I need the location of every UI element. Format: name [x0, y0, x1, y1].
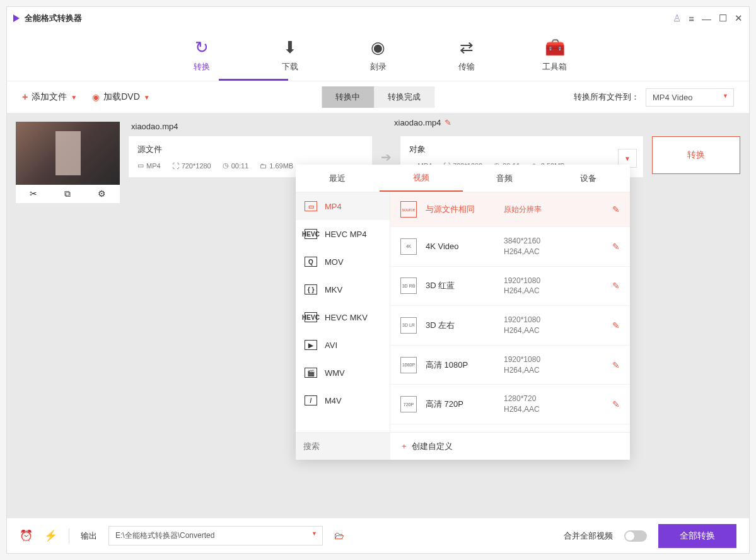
cut-icon[interactable]: ✂ — [30, 189, 37, 199]
source-title: 源文件 — [137, 144, 363, 155]
edit-preset-icon[interactable]: ✎ — [612, 399, 620, 409]
preset-item[interactable]: 4K4K Video3840*2160H264,AAC✎ — [390, 227, 630, 267]
create-custom-button[interactable]: + 创建自定义 — [390, 433, 630, 460]
chevron-down-icon: ▼ — [71, 94, 77, 101]
edit-preset-icon[interactable]: ✎ — [612, 320, 620, 330]
footer: ⏰ ⚡ 输出 E:\全能格式转换器\Converted 🗁 合并全部视频 全部转… — [7, 518, 749, 553]
chevron-down-icon: ▼ — [144, 94, 150, 101]
convert-button[interactable]: 转换 — [652, 136, 740, 174]
format-label: AVI — [325, 341, 337, 350]
edit-preset-icon[interactable]: ✎ — [612, 242, 620, 252]
plus-icon: + — [402, 441, 407, 451]
source-duration: ◷00:11 — [223, 161, 249, 170]
nav-convert[interactable]: ↻ 转换 — [180, 30, 224, 81]
thumbnail: ✂ ⧉ ⚙ — [16, 122, 120, 203]
source-res: ⛶720*1280 — [172, 162, 211, 170]
format-item[interactable]: HEVCHEVC MP4 — [296, 220, 390, 248]
preset-name: 3D 红蓝 — [426, 280, 495, 291]
format-label: HEVC MKV — [325, 313, 368, 322]
format-item[interactable]: QMOV — [296, 248, 390, 276]
merge-toggle[interactable] — [624, 530, 647, 542]
format-item[interactable]: /M4V — [296, 387, 390, 414]
thumbnail-tools: ✂ ⧉ ⚙ — [16, 185, 120, 203]
menu-icon[interactable]: ≡ — [689, 13, 694, 24]
format-item[interactable]: HEVCHEVC MKV — [296, 303, 390, 331]
convert-all-button[interactable]: 全部转换 — [658, 524, 736, 548]
preset-detail: 1920*1080H264,AAC — [504, 354, 603, 376]
edit-preset-icon[interactable]: ✎ — [612, 204, 620, 214]
preset-item[interactable]: 3D RB3D 红蓝1920*1080H264,AAC✎ — [390, 267, 630, 306]
format-label: MP4 — [325, 202, 342, 211]
user-icon[interactable]: ♙ — [673, 13, 681, 24]
convert-all-to-label: 转换所有文件到： — [574, 91, 639, 103]
thumbnail-image[interactable] — [16, 122, 120, 185]
crop-icon[interactable]: ⧉ — [64, 189, 71, 199]
tab-converting[interactable]: 转换中 — [322, 86, 374, 108]
preset-detail: 原始分辨率 — [504, 204, 603, 215]
nav-toolbox[interactable]: 🧰 工具箱 — [533, 30, 577, 81]
format-search-input[interactable] — [296, 433, 390, 460]
target-title: 对象 — [409, 144, 426, 155]
preset-item[interactable]: 720P高清 720P1280*720H264,AAC✎ — [390, 385, 630, 424]
output-format-select[interactable]: MP4 Video — [646, 88, 734, 107]
arrow-icon: ➔ — [381, 149, 392, 165]
toolbox-icon: 🧰 — [545, 38, 565, 57]
merge-label: 合并全部视频 — [564, 530, 613, 542]
edit-preset-icon[interactable]: ✎ — [612, 360, 620, 370]
convert-icon: ↻ — [195, 38, 209, 57]
popup-tab-audio[interactable]: 音频 — [463, 165, 547, 192]
format-list[interactable]: ▭MP4HEVCHEVC MP4QMOV{ }MKVHEVCHEVC MKV▶A… — [296, 192, 390, 432]
nav-label: 转换 — [194, 61, 210, 73]
format-icon: HEVC — [305, 229, 317, 239]
maximize-button[interactable]: ☐ — [719, 13, 727, 24]
tab-done[interactable]: 转换完成 — [374, 86, 434, 108]
close-button[interactable]: ✕ — [735, 13, 743, 24]
burn-icon: ◉ — [371, 38, 385, 57]
preset-detail: 1920*1080H264,AAC — [504, 315, 603, 336]
format-icon: { } — [305, 284, 317, 295]
format-label: WMV — [325, 368, 345, 378]
preset-item[interactable]: 1080P高清 1080P1920*1080H264,AAC✎ — [390, 346, 630, 385]
separator — [69, 528, 69, 544]
add-file-button[interactable]: + 添加文件 ▼ — [22, 91, 77, 103]
popup-tab-device[interactable]: 设备 — [547, 165, 631, 192]
load-dvd-button[interactable]: ◉ 加载DVD ▼ — [92, 91, 149, 103]
speed-icon[interactable]: ⚡ — [44, 529, 57, 542]
preset-icon: 1080P — [400, 357, 417, 373]
folder-icon: 🗀 — [260, 162, 267, 170]
popup-body: ▭MP4HEVCHEVC MP4QMOV{ }MKVHEVCHEVC MKV▶A… — [296, 192, 630, 432]
popup-tab-video[interactable]: 视频 — [380, 165, 463, 192]
format-label: MKV — [325, 285, 342, 295]
output-path-select[interactable]: E:\全能格式转换器\Converted — [108, 526, 323, 545]
preset-item[interactable]: 3D LR3D 左右1920*1080H264,AAC✎ — [390, 306, 630, 346]
preset-icon: 720P — [400, 396, 417, 412]
toolbar: + 添加文件 ▼ ◉ 加载DVD ▼ 转换中 转换完成 转换所有文件到： MP4… — [7, 81, 749, 113]
minimize-button[interactable]: — — [702, 13, 711, 24]
format-item[interactable]: 🎬WMV — [296, 359, 390, 387]
nav-download[interactable]: ⬇ 下载 — [268, 30, 312, 81]
nav-label: 刻录 — [370, 61, 387, 73]
popup-tab-recent[interactable]: 最近 — [296, 165, 380, 192]
format-label: MOV — [325, 257, 344, 267]
nav-label: 工具箱 — [542, 61, 567, 73]
preset-name: 高清 720P — [426, 399, 495, 410]
edit-preset-icon[interactable]: ✎ — [612, 281, 620, 291]
format-item[interactable]: ▭MP4 — [296, 192, 390, 220]
open-folder-icon[interactable]: 🗁 — [334, 530, 344, 542]
schedule-icon[interactable]: ⏰ — [20, 529, 33, 542]
nav-burn[interactable]: ◉ 刻录 — [356, 30, 400, 81]
preset-item[interactable]: source与源文件相同原始分辨率✎ — [390, 192, 630, 227]
preset-name: 3D 左右 — [426, 320, 495, 331]
nav-transfer[interactable]: ⇄ 传输 — [445, 30, 489, 81]
adjust-icon[interactable]: ⚙ — [98, 189, 106, 199]
format-item[interactable]: { }MKV — [296, 276, 390, 303]
resolution-icon: ⛶ — [172, 162, 179, 170]
source-format: ▭MP4 — [137, 161, 161, 170]
format-item[interactable]: ▶AVI — [296, 331, 390, 359]
format-icon: HEVC — [305, 312, 317, 322]
app-window: 全能格式转换器 ♙ ≡ — ☐ ✕ ↻ 转换 ⬇ 下载 ◉ 刻录 ⇄ 传输 🧰 … — [6, 6, 750, 554]
preset-name: 4K Video — [426, 242, 495, 251]
edit-filename-icon[interactable]: ✎ — [445, 118, 451, 127]
preset-list[interactable]: source与源文件相同原始分辨率✎4K4K Video3840*2160H26… — [390, 192, 630, 432]
preset-icon: 3D RB — [400, 277, 417, 294]
